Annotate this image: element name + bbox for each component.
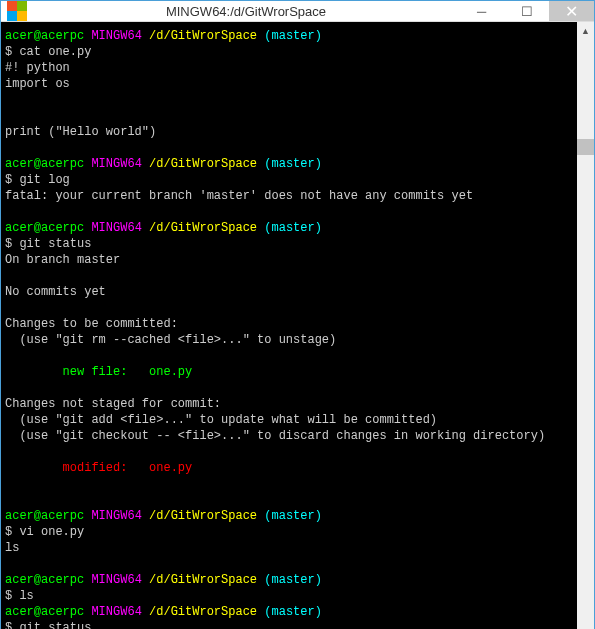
prompt-path: /d/GitWrorSpace: [149, 29, 257, 43]
output-line: On branch master: [5, 253, 120, 267]
window-controls: ─ ☐ ✕: [459, 1, 594, 21]
app-window: MINGW64:/d/GitWrorSpace ─ ☐ ✕ acer@acerp…: [0, 0, 595, 629]
prompt-userhost: acer@acerpc: [5, 573, 84, 587]
output-line: #! python: [5, 61, 70, 75]
prompt-shell: MINGW64: [91, 221, 141, 235]
titlebar: MINGW64:/d/GitWrorSpace ─ ☐ ✕: [1, 1, 594, 22]
output-line: No commits yet: [5, 285, 106, 299]
cmd-line: $ vi one.py: [5, 525, 84, 539]
scroll-up-icon[interactable]: ▲: [577, 22, 594, 39]
output-line: Changes to be committed:: [5, 317, 178, 331]
cmd-line: $ cat one.py: [5, 45, 91, 59]
prompt-path: /d/GitWrorSpace: [149, 509, 257, 523]
scrollbar[interactable]: ▲ ▼: [577, 22, 594, 629]
cmd-line: $ git log: [5, 173, 70, 187]
output-line: import os: [5, 77, 70, 91]
output-line: fatal: your current branch 'master' does…: [5, 189, 473, 203]
output-line: Changes not staged for commit:: [5, 397, 221, 411]
maximize-button[interactable]: ☐: [504, 1, 549, 21]
minimize-button[interactable]: ─: [459, 1, 504, 21]
cmd-line: $ git status: [5, 237, 91, 251]
prompt-branch: (master): [264, 509, 322, 523]
output-line: ls: [5, 541, 19, 555]
scroll-track[interactable]: [577, 39, 594, 629]
prompt-shell: MINGW64: [91, 605, 141, 619]
prompt-userhost: acer@acerpc: [5, 509, 84, 523]
prompt-userhost: acer@acerpc: [5, 221, 84, 235]
prompt-shell: MINGW64: [91, 573, 141, 587]
prompt-shell: MINGW64: [91, 29, 141, 43]
output-line: (use "git rm --cached <file>..." to unst…: [5, 333, 336, 347]
new-file-line: new file: one.py: [5, 365, 192, 379]
prompt-branch: (master): [264, 573, 322, 587]
prompt-shell: MINGW64: [91, 509, 141, 523]
terminal[interactable]: acer@acerpc MINGW64 /d/GitWrorSpace (mas…: [1, 22, 577, 629]
modified-line: modified: one.py: [5, 461, 192, 475]
prompt-branch: (master): [264, 29, 322, 43]
cmd-line: $ ls: [5, 589, 34, 603]
prompt-path: /d/GitWrorSpace: [149, 573, 257, 587]
prompt-branch: (master): [264, 221, 322, 235]
output-line: (use "git checkout -- <file>..." to disc…: [5, 429, 545, 443]
prompt-userhost: acer@acerpc: [5, 29, 84, 43]
window-title: MINGW64:/d/GitWrorSpace: [33, 4, 459, 19]
prompt-path: /d/GitWrorSpace: [149, 221, 257, 235]
terminal-wrap: acer@acerpc MINGW64 /d/GitWrorSpace (mas…: [1, 22, 594, 629]
scroll-thumb[interactable]: [577, 139, 594, 155]
output-line: print ("Hello world"): [5, 125, 156, 139]
prompt-path: /d/GitWrorSpace: [149, 605, 257, 619]
prompt-branch: (master): [264, 605, 322, 619]
close-button[interactable]: ✕: [549, 1, 594, 21]
prompt-branch: (master): [264, 157, 322, 171]
cmd-line: $ git status: [5, 621, 91, 629]
output-line: (use "git add <file>..." to update what …: [5, 413, 437, 427]
prompt-path: /d/GitWrorSpace: [149, 157, 257, 171]
prompt-userhost: acer@acerpc: [5, 605, 84, 619]
app-icon: [7, 1, 27, 21]
prompt-shell: MINGW64: [91, 157, 141, 171]
prompt-userhost: acer@acerpc: [5, 157, 84, 171]
